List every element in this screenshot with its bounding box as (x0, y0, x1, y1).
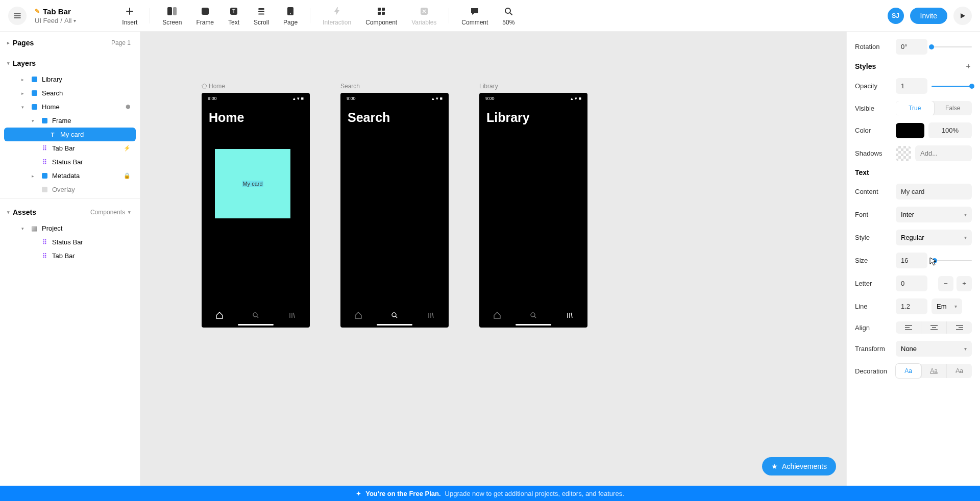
layer-home[interactable]: ▾Home⬢ (4, 100, 136, 114)
folder-icon: ▦ (31, 225, 38, 232)
opacity-slider[interactable] (932, 86, 972, 87)
tab-home[interactable] (479, 303, 516, 328)
page-icon (285, 6, 296, 17)
deco-underline[interactable]: Aa (921, 364, 947, 378)
interaction-tool[interactable]: Interaction (315, 3, 358, 29)
svg-rect-6 (258, 11, 264, 12)
align-center[interactable] (921, 321, 947, 334)
artboard-label-library[interactable]: Library (479, 83, 587, 90)
svg-point-9 (290, 13, 291, 14)
achievements-button[interactable]: ★ Achievements (762, 457, 836, 475)
align-left[interactable] (896, 321, 921, 334)
screen-home[interactable]: 9:00 ▴▾■ Home My card (202, 93, 310, 328)
comment-tool[interactable]: Comment (454, 3, 495, 29)
letter-plus[interactable]: + (957, 276, 972, 291)
play-button[interactable] (953, 7, 972, 25)
screen-icon (166, 6, 178, 17)
artboard-label-search[interactable]: Search (340, 83, 449, 90)
breadcrumb[interactable]: UI Feed / All ▾ (35, 17, 76, 24)
layer-tab-bar[interactable]: ⠿Tab Bar⚡ (4, 141, 136, 155)
layers-header[interactable]: ▾ Layers (0, 52, 140, 72)
svg-point-17 (392, 313, 396, 317)
frame-icon (200, 6, 211, 17)
screen-tool[interactable]: Screen (155, 3, 189, 29)
component-layer-icon: ⠿ (41, 145, 48, 152)
style-select[interactable]: Regular▾ (896, 230, 972, 245)
layer-my-card[interactable]: TMy card (4, 128, 136, 141)
layer-search[interactable]: ▸Search (4, 86, 136, 100)
zoom-tool[interactable]: 50% (495, 3, 522, 29)
play-icon (959, 12, 966, 19)
tab-home[interactable] (202, 303, 238, 328)
tab-home[interactable] (340, 303, 377, 328)
size-slider[interactable] (932, 260, 972, 261)
home-shape-icon: ⬠ (202, 83, 207, 90)
menu-button[interactable] (8, 7, 27, 25)
assets-header[interactable]: ▾ Assets Components ▾ (0, 201, 140, 221)
sparkle-icon: ✦ (356, 490, 361, 497)
invite-button[interactable]: Invite (910, 8, 947, 24)
screen-search[interactable]: 9:00▴▾■ Search (340, 93, 449, 328)
asset-status-bar[interactable]: ⠿Status Bar (4, 235, 136, 249)
variables-tool[interactable]: Variables (404, 3, 444, 29)
layer-metadata[interactable]: ▸Metadata🔒 (4, 169, 136, 183)
scroll-icon (256, 6, 267, 17)
layer-status-bar[interactable]: ⠿Status Bar (4, 155, 136, 169)
add-style[interactable]: ＋ (965, 62, 972, 71)
line-input[interactable] (896, 298, 927, 314)
content-input[interactable] (896, 184, 972, 199)
svg-rect-5 (258, 8, 264, 10)
bolt-icon (331, 6, 342, 17)
card[interactable]: My card (215, 149, 290, 218)
color-swatch[interactable] (896, 123, 924, 138)
letter-input[interactable] (896, 275, 927, 291)
page-tool[interactable]: Page (276, 3, 305, 29)
font-select[interactable]: Inter▾ (896, 207, 972, 222)
layer-frame[interactable]: ▾Frame (4, 114, 136, 128)
layer-overlay[interactable]: Overlay (4, 183, 136, 196)
rotation-slider[interactable] (932, 46, 972, 47)
line-unit-select[interactable]: Em▾ (932, 298, 962, 314)
color-pct-input[interactable] (928, 122, 972, 138)
layer-library[interactable]: ▸Library (4, 72, 136, 86)
pencil-icon: ✎ (35, 8, 40, 15)
visible-toggle[interactable]: True False (896, 101, 972, 115)
insert-tool[interactable]: Insert (115, 3, 144, 29)
opacity-input[interactable] (896, 78, 927, 94)
deco-none[interactable]: Aa (896, 364, 921, 378)
screen-library[interactable]: 9:00▴▾■ Library (479, 93, 587, 328)
chevron-down-icon: ▾ (964, 212, 967, 217)
canvas[interactable]: ⬠Home 9:00 ▴▾■ Home My card (140, 32, 846, 486)
size-input[interactable] (896, 253, 927, 268)
align-group (896, 321, 972, 334)
frame-tool[interactable]: Frame (189, 3, 221, 29)
rotation-input[interactable] (896, 39, 927, 55)
svg-rect-0 (167, 7, 172, 15)
svg-point-16 (253, 313, 257, 317)
deco-strike[interactable]: Aa (947, 364, 972, 378)
lock-icon: 🔒 (124, 172, 131, 179)
asset-tab-bar[interactable]: ⠿Tab Bar (4, 249, 136, 263)
shadow-swatch[interactable] (896, 146, 911, 161)
svg-rect-7 (258, 13, 264, 15)
shadow-input[interactable] (915, 145, 972, 161)
text-icon: T (228, 6, 239, 17)
plus-icon (124, 6, 135, 17)
scroll-tool[interactable]: Scroll (247, 3, 276, 29)
transform-select[interactable]: None▾ (896, 341, 972, 357)
tab-library[interactable] (274, 303, 310, 328)
upgrade-banner[interactable]: ✦ You're on the Free Plan. Upgrade now t… (0, 486, 980, 501)
tab-library[interactable] (412, 303, 449, 328)
asset-project[interactable]: ▾▦Project (4, 221, 136, 235)
letter-minus[interactable]: − (938, 276, 953, 291)
pages-header[interactable]: ▸ Pages Page 1 (0, 32, 140, 52)
text-tool[interactable]: T Text (221, 3, 247, 29)
user-avatar[interactable]: SJ (888, 8, 904, 24)
bolt-icon: ⚡ (124, 145, 131, 152)
comment-icon (469, 6, 480, 17)
project-info: ✎ Tab Bar UI Feed / All ▾ (35, 7, 76, 24)
align-right[interactable] (947, 321, 972, 334)
tab-library[interactable] (551, 303, 587, 328)
component-tool[interactable]: Component (358, 3, 404, 29)
artboard-label-home[interactable]: ⬠Home (202, 83, 310, 90)
